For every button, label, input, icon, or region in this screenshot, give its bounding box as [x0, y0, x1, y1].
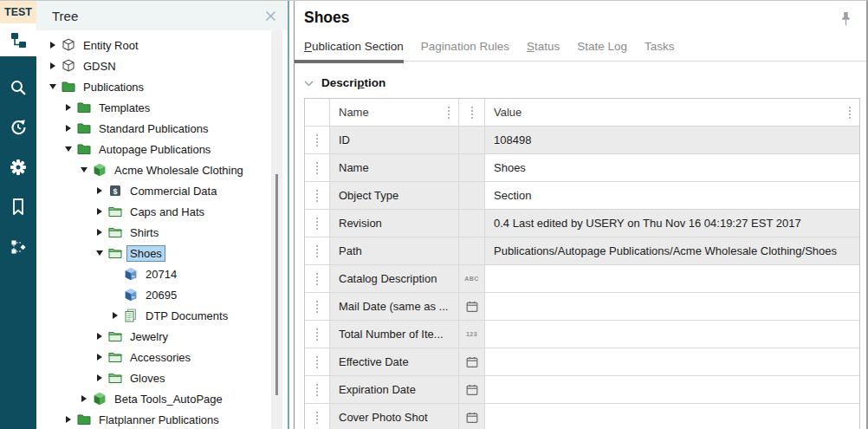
- tree-item-standard-publications[interactable]: Standard Publications: [36, 118, 288, 139]
- tree-item-20714[interactable]: 20714: [36, 263, 288, 284]
- expand-arrow-icon[interactable]: [63, 125, 73, 132]
- tree-item-label[interactable]: DTP Documents: [143, 309, 230, 323]
- row-drag-handle[interactable]: [305, 127, 330, 153]
- tree-scrollbar-thumb[interactable]: [275, 174, 278, 395]
- close-icon[interactable]: [264, 10, 277, 23]
- name-column-menu-icon[interactable]: [448, 107, 450, 119]
- row-drag-handle[interactable]: [305, 293, 330, 320]
- expand-arrow-icon[interactable]: [94, 208, 104, 215]
- tree-item-label[interactable]: Shoes: [127, 246, 165, 261]
- tree-item-autopage-publications[interactable]: Autopage Publications: [36, 139, 288, 159]
- tree-item-gloves[interactable]: Gloves: [36, 367, 288, 388]
- panel-divider[interactable]: [288, 1, 295, 429]
- description-section-header[interactable]: Description: [304, 75, 866, 90]
- tab-pagination-rules[interactable]: Pagination Rules: [421, 40, 509, 53]
- field-value-cell[interactable]: [485, 321, 859, 348]
- tree-item-label[interactable]: Standard Publications: [96, 121, 211, 136]
- row-drag-handle[interactable]: [305, 237, 330, 264]
- bookmarks-tool-button[interactable]: [0, 190, 36, 224]
- row-drag-handle[interactable]: [305, 321, 330, 348]
- expand-arrow-icon[interactable]: [63, 416, 73, 423]
- tree-item-dtp-documents[interactable]: DTP Documents: [36, 305, 288, 326]
- row-drag-handle[interactable]: [305, 265, 330, 292]
- value-column-menu-icon[interactable]: [849, 107, 851, 119]
- settings-tool-button[interactable]: [0, 150, 36, 185]
- collapse-arrow-icon[interactable]: [79, 167, 88, 172]
- tab-state-log[interactable]: State Log: [577, 40, 627, 53]
- tree-item-shoes[interactable]: Shoes: [36, 243, 288, 263]
- tab-publication-section[interactable]: Publication Section: [304, 40, 404, 53]
- tree-item-shirts[interactable]: Shirts: [36, 222, 288, 243]
- tree-item-acme-wholesale-clothing[interactable]: Acme Wholesale Clothing: [36, 159, 288, 180]
- row-drag-handle[interactable]: [305, 376, 330, 403]
- tree-item-publications[interactable]: Publications: [36, 76, 288, 97]
- collapse-arrow-icon[interactable]: [48, 84, 57, 89]
- search-tool-button[interactable]: [0, 70, 36, 105]
- tab-tasks[interactable]: Tasks: [645, 40, 675, 53]
- history-tool-button[interactable]: [0, 110, 36, 145]
- pin-icon[interactable]: [839, 11, 852, 33]
- row-drag-handle[interactable]: [305, 154, 330, 181]
- tree-scrollbar-track[interactable]: [271, 30, 282, 429]
- tree-item-label[interactable]: 20714: [143, 267, 179, 282]
- tree-item-label[interactable]: Shirts: [127, 225, 161, 240]
- expand-arrow-icon[interactable]: [94, 187, 104, 194]
- row-drag-handle[interactable]: [305, 210, 330, 237]
- tree-item-entity-root[interactable]: Entity Root: [36, 35, 288, 55]
- drag-handle-icon[interactable]: [316, 218, 318, 230]
- field-value-cell[interactable]: [485, 348, 859, 375]
- tab-status[interactable]: Status: [527, 40, 560, 53]
- tree-item-label[interactable]: Accessories: [127, 350, 193, 365]
- tree-item-label[interactable]: 20695: [143, 288, 179, 302]
- type-column-menu-icon[interactable]: [471, 107, 473, 119]
- tree-item-label[interactable]: Gloves: [127, 371, 167, 386]
- expand-arrow-icon[interactable]: [48, 42, 57, 49]
- field-value-cell[interactable]: Shoes: [485, 154, 859, 181]
- drag-handle-icon[interactable]: [316, 273, 318, 285]
- tree-item-label[interactable]: Caps and Hats: [127, 205, 207, 219]
- tree-item-commercial-data[interactable]: $Commercial Data: [36, 180, 288, 201]
- tree-item-label[interactable]: Publications: [81, 80, 146, 94]
- field-value-cell[interactable]: [485, 265, 859, 292]
- row-drag-handle[interactable]: [305, 348, 330, 375]
- expand-arrow-icon[interactable]: [94, 229, 104, 236]
- tree-item-label[interactable]: Autopage Publications: [96, 142, 213, 157]
- tree-item-beta-tools-autopage[interactable]: Beta Tools_AutoPage: [36, 388, 288, 409]
- tree-item-label[interactable]: Acme Wholesale Clothing: [112, 163, 246, 178]
- row-drag-handle[interactable]: [305, 182, 330, 209]
- tree-item-accessories[interactable]: Accessories: [36, 347, 288, 367]
- drag-handle-icon[interactable]: [316, 301, 318, 313]
- tree-item-label[interactable]: Templates: [96, 101, 152, 115]
- drag-handle-icon[interactable]: [316, 245, 318, 257]
- drag-handle-icon[interactable]: [316, 384, 318, 396]
- expand-arrow-icon[interactable]: [63, 104, 73, 111]
- drag-handle-icon[interactable]: [316, 356, 318, 368]
- tree-item-label[interactable]: Beta Tools_AutoPage: [112, 392, 225, 406]
- collapse-arrow-icon[interactable]: [94, 250, 104, 256]
- field-value-cell[interactable]: [485, 376, 859, 403]
- tree-item-label[interactable]: Jewelry: [127, 329, 171, 344]
- field-value-cell[interactable]: Section: [485, 182, 859, 209]
- tree-item-label[interactable]: Flatplanner Publications: [96, 413, 222, 427]
- drag-handle-icon[interactable]: [316, 412, 318, 424]
- workflow-tool-button[interactable]: [0, 230, 36, 264]
- collapse-arrow-icon[interactable]: [63, 146, 73, 152]
- drag-handle-icon[interactable]: [316, 328, 318, 341]
- field-value-cell[interactable]: [485, 293, 859, 320]
- expand-arrow-icon[interactable]: [48, 62, 57, 69]
- tree-item-label[interactable]: Entity Root: [81, 38, 141, 53]
- expand-arrow-icon[interactable]: [94, 374, 104, 381]
- row-drag-handle[interactable]: [305, 404, 330, 429]
- tree-tool-button[interactable]: [0, 23, 36, 56]
- tree-item-caps-and-hats[interactable]: Caps and Hats: [36, 201, 288, 222]
- tree-item-label[interactable]: Commercial Data: [127, 184, 219, 198]
- tree-item-jewelry[interactable]: Jewelry: [36, 326, 288, 347]
- tree-item-label[interactable]: GDSN: [81, 59, 119, 74]
- expand-arrow-icon[interactable]: [94, 354, 104, 361]
- expand-arrow-icon[interactable]: [79, 395, 88, 402]
- drag-handle-icon[interactable]: [316, 162, 318, 174]
- tree-item-gdsn[interactable]: GDSN: [36, 55, 288, 76]
- tree-item-flatplanner-publications[interactable]: Flatplanner Publications: [36, 409, 288, 429]
- drag-handle-icon[interactable]: [316, 134, 318, 146]
- expand-arrow-icon[interactable]: [94, 333, 104, 340]
